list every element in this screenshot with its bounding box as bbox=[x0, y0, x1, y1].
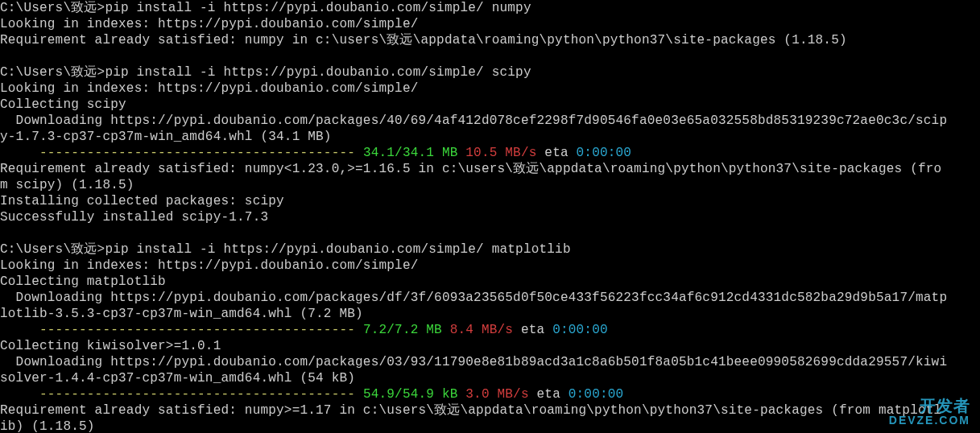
terminal-segment: m scipy) (1.18.5) bbox=[0, 178, 134, 192]
terminal-line: Collecting matplotlib bbox=[0, 274, 980, 290]
terminal-segment: C:\Users\致远>pip install -i https://pypi.… bbox=[0, 1, 531, 15]
terminal-segment bbox=[458, 387, 466, 402]
terminal-segment: 10.5 MB/s bbox=[465, 146, 536, 160]
terminal-segment: 7.2/7.2 MB bbox=[363, 323, 442, 337]
terminal-line: y-1.7.3-cp37-cp37m-win_amd64.whl (34.1 M… bbox=[0, 129, 980, 145]
terminal-segment: ---------------------------------------- bbox=[0, 323, 363, 337]
terminal-segment: Requirement already satisfied: numpy>=1.… bbox=[0, 403, 941, 418]
terminal-segment: solver-1.4.4-cp37-cp37m-win_amd64.whl (5… bbox=[0, 371, 355, 386]
terminal-line: Looking in indexes: https://pypi.doubani… bbox=[0, 80, 980, 97]
terminal-segment: Downloading https://pypi.doubanio.com/pa… bbox=[0, 355, 947, 369]
terminal-line: Downloading https://pypi.doubanio.com/pa… bbox=[0, 113, 980, 129]
terminal-segment: Downloading https://pypi.doubanio.com/pa… bbox=[0, 113, 947, 128]
terminal-segment: 0:00:00 bbox=[569, 387, 624, 402]
terminal-segment: Installing collected packages: scipy bbox=[0, 194, 284, 208]
terminal-segment: 0:00:00 bbox=[552, 323, 608, 337]
terminal-segment: 0:00:00 bbox=[577, 146, 632, 160]
terminal-line bbox=[0, 48, 980, 64]
terminal-line: ----------------------------------------… bbox=[0, 322, 980, 338]
terminal-line: C:\Users\致远>pip install -i https://pypi.… bbox=[0, 241, 980, 258]
terminal-line: Looking in indexes: https://pypi.doubani… bbox=[0, 16, 980, 32]
terminal-line: ----------------------------------------… bbox=[0, 386, 980, 402]
terminal-line: ----------------------------------------… bbox=[0, 145, 980, 161]
terminal-segment: ---------------------------------------- bbox=[0, 387, 363, 402]
terminal-segment: Requirement already satisfied: numpy<1.2… bbox=[0, 162, 941, 176]
terminal-line: Installing collected packages: scipy bbox=[0, 193, 980, 209]
terminal-segment: 8.4 MB/s bbox=[450, 323, 513, 337]
terminal-line: Collecting scipy bbox=[0, 97, 980, 113]
terminal-line: solver-1.4.4-cp37-cp37m-win_amd64.whl (5… bbox=[0, 370, 980, 386]
terminal-segment: eta bbox=[529, 387, 569, 402]
terminal-line: Successfully installed scipy-1.7.3 bbox=[0, 209, 980, 225]
watermark: 开发者 DEVZE.COM bbox=[889, 398, 970, 427]
watermark-title: 开发者 bbox=[889, 398, 970, 414]
watermark-subtitle: DEVZE.COM bbox=[889, 414, 970, 427]
terminal-segment: C:\Users\致远>pip install -i https://pypi.… bbox=[0, 65, 531, 80]
terminal-line: Requirement already satisfied: numpy in … bbox=[0, 32, 980, 48]
terminal-line: Downloading https://pypi.doubanio.com/pa… bbox=[0, 290, 980, 306]
terminal-segment: Collecting scipy bbox=[0, 97, 126, 112]
terminal-segment bbox=[458, 146, 466, 160]
terminal-line: ib) (1.18.5) bbox=[0, 419, 980, 433]
terminal-segment bbox=[442, 323, 450, 337]
terminal-line bbox=[0, 225, 980, 241]
terminal-segment: 34.1/34.1 MB bbox=[363, 146, 458, 160]
terminal-line: Requirement already satisfied: numpy<1.2… bbox=[0, 161, 980, 177]
terminal-segment: ib) (1.18.5) bbox=[0, 419, 95, 433]
terminal-line: m scipy) (1.18.5) bbox=[0, 177, 980, 193]
terminal-line: Looking in indexes: https://pypi.doubani… bbox=[0, 258, 980, 274]
terminal-line: lotlib-3.5.3-cp37-cp37m-win_amd64.whl (7… bbox=[0, 306, 980, 322]
terminal-segment: 54.9/54.9 kB bbox=[363, 387, 458, 402]
terminal-segment: Looking in indexes: https://pypi.doubani… bbox=[0, 81, 418, 96]
terminal-line: Requirement already satisfied: numpy>=1.… bbox=[0, 402, 980, 419]
terminal-segment: Downloading https://pypi.doubanio.com/pa… bbox=[0, 291, 947, 305]
terminal-output[interactable]: C:\Users\致远>pip install -i https://pypi.… bbox=[0, 0, 980, 433]
terminal-segment: Collecting matplotlib bbox=[0, 274, 166, 289]
terminal-segment: ---------------------------------------- bbox=[0, 146, 363, 160]
terminal-line: C:\Users\致远>pip install -i https://pypi.… bbox=[0, 64, 980, 80]
terminal-segment: C:\Users\致远>pip install -i https://pypi.… bbox=[0, 242, 571, 257]
terminal-segment: eta bbox=[513, 323, 552, 337]
terminal-segment: 3.0 MB/s bbox=[465, 387, 528, 402]
terminal-segment: y-1.7.3-cp37-cp37m-win_amd64.whl (34.1 M… bbox=[0, 130, 332, 144]
terminal-segment: Successfully installed scipy-1.7.3 bbox=[0, 210, 268, 225]
terminal-segment: Looking in indexes: https://pypi.doubani… bbox=[0, 258, 418, 273]
terminal-segment: Collecting kiwisolver>=1.0.1 bbox=[0, 339, 221, 353]
terminal-line: Downloading https://pypi.doubanio.com/pa… bbox=[0, 354, 980, 370]
terminal-line: C:\Users\致远>pip install -i https://pypi.… bbox=[0, 0, 980, 16]
terminal-segment: Looking in indexes: https://pypi.doubani… bbox=[0, 17, 418, 31]
terminal-segment: eta bbox=[537, 146, 577, 160]
terminal-line: Collecting kiwisolver>=1.0.1 bbox=[0, 338, 980, 354]
terminal-segment: Requirement already satisfied: numpy in … bbox=[0, 33, 847, 47]
terminal-segment: lotlib-3.5.3-cp37-cp37m-win_amd64.whl (7… bbox=[0, 307, 363, 321]
